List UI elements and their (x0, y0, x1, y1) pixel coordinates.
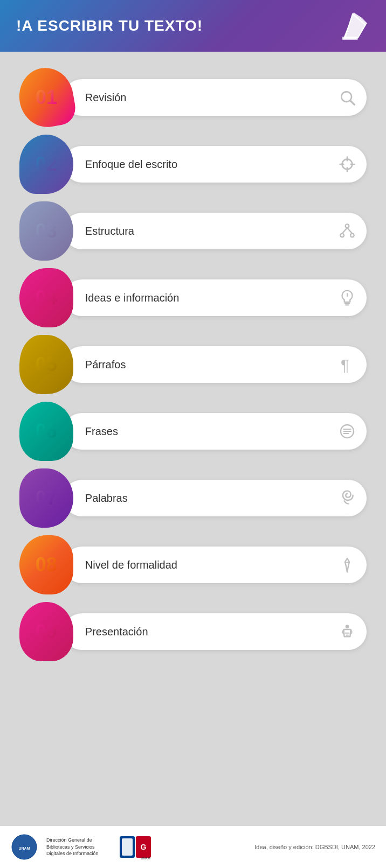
svg-text:G: G (141, 843, 147, 851)
number-badge-06: 06 (19, 402, 73, 461)
svg-line-6 (350, 101, 354, 104)
item-label-01: Revisión (85, 92, 127, 104)
svg-point-13 (341, 234, 344, 237)
list-item[interactable]: 09 Presentación (19, 602, 367, 661)
dgbsdi-logo: G UNAM (120, 834, 152, 860)
number-badge-02: 02 (19, 135, 73, 194)
structure-icon (339, 222, 356, 240)
number-badge-03: 03 (19, 201, 73, 261)
svg-point-26 (346, 625, 349, 628)
list-item[interactable]: 07 Palabras (19, 468, 367, 528)
header-title: !A ESCRIBIR TU TEXTO! (16, 17, 203, 34)
pen-icon (337, 10, 370, 42)
svg-text:UNAM: UNAM (141, 857, 150, 860)
comment-icon (339, 423, 356, 440)
svg-rect-33 (122, 838, 133, 856)
item-pill-07: Palabras (64, 480, 367, 516)
item-pill-08: Nivel de formalidad (64, 547, 367, 583)
item-label-04: Ideas e información (85, 292, 180, 304)
svg-point-14 (350, 234, 354, 237)
item-label-03: Estructura (85, 225, 134, 237)
svg-text:UNAM: UNAM (19, 846, 30, 850)
item-label-09: Presentación (85, 626, 148, 638)
item-label-05: Párrafos (85, 359, 126, 371)
item-label-07: Palabras (85, 492, 128, 505)
crosshair-icon (339, 156, 356, 173)
list-item[interactable]: 08 Nivel de formalidad (19, 535, 367, 594)
list-item[interactable]: 02 Enfoque del escrito (19, 135, 367, 194)
item-pill-03: Estructura (64, 213, 367, 249)
number-badge-01: 01 (15, 64, 78, 131)
reader-icon (339, 623, 356, 640)
search-icon (339, 89, 356, 106)
number-badge-04: 04 (19, 268, 73, 327)
number-badge-07: 07 (19, 468, 73, 528)
list-item[interactable]: 04 Ideas e información (19, 268, 367, 327)
footer-credit: Idea, diseño y edición: DGBSDI, UNAM, 20… (161, 844, 375, 850)
svg-line-15 (342, 228, 347, 234)
item-pill-01: Revisión (64, 79, 367, 116)
number-badge-05: 05 (19, 335, 73, 394)
list-item[interactable]: 03 Estructura (19, 201, 367, 261)
number-badge-08: 08 (19, 535, 73, 594)
svg-text:¶: ¶ (341, 356, 349, 373)
item-pill-05: Párrafos ¶ (64, 346, 367, 383)
item-pill-02: Enfoque del escrito (64, 146, 367, 183)
list-item[interactable]: 06 Frases (19, 402, 367, 461)
item-label-08: Nivel de formalidad (85, 559, 177, 571)
lightbulb-icon (339, 289, 356, 306)
footer: UNAM Dirección General de Bibliotecas y … (0, 826, 386, 868)
footer-institution: Dirección General de Bibliotecas y Servi… (46, 837, 111, 857)
items-container: 01 Revisión 02 Enfoque del escrito (19, 68, 367, 672)
header: !A ESCRIBIR TU TEXTO! (0, 0, 386, 52)
list-item[interactable]: 05 Párrafos ¶ (19, 335, 367, 394)
item-label-02: Enfoque del escrito (85, 158, 177, 171)
list-item[interactable]: 01 Revisión (19, 68, 367, 127)
svg-point-12 (346, 224, 349, 228)
item-pill-04: Ideas e información (64, 279, 367, 316)
tie-icon (339, 556, 356, 573)
paragraph-icon: ¶ (339, 356, 356, 373)
item-label-06: Frases (85, 425, 118, 438)
unam-logo: UNAM (11, 834, 38, 860)
swirl-icon (339, 489, 356, 507)
item-pill-06: Frases (64, 413, 367, 450)
svg-line-16 (347, 228, 352, 234)
item-pill-09: Presentación (64, 613, 367, 650)
number-badge-09: 09 (19, 602, 73, 661)
